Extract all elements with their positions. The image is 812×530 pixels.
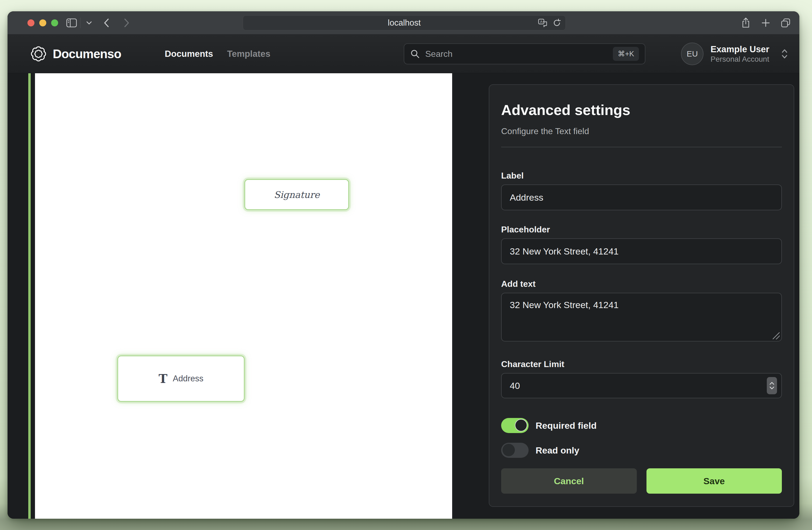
document-page[interactable] [35, 73, 452, 519]
address-field-label: Address [173, 374, 203, 383]
minimize-window-button[interactable] [39, 19, 46, 26]
save-button[interactable]: Save [647, 468, 782, 494]
add-text-field-label: Add text [501, 279, 782, 289]
read-only-label: Read only [536, 445, 579, 456]
advanced-settings-panel: Advanced settings Configure the Text fie… [489, 84, 794, 507]
label-field-label: Label [501, 170, 782, 181]
avatar: EU [681, 43, 704, 65]
search-input[interactable] [425, 49, 607, 59]
reload-icon[interactable] [553, 18, 561, 27]
main-nav: Documents Templates [165, 34, 270, 73]
panel-subtitle: Configure the Text field [501, 126, 782, 136]
svg-text:A: A [540, 20, 542, 24]
stepper-down-icon [769, 387, 774, 389]
browser-titlebar: localhost A [8, 11, 799, 34]
main-content: Signature T Address Advanced settings Co… [8, 73, 799, 519]
sidebar-toggle-icon[interactable] [66, 18, 77, 27]
user-name: Example User [711, 44, 769, 55]
avatar-initials: EU [686, 49, 698, 58]
translate-icon[interactable]: A [538, 18, 548, 27]
account-chevrons-icon [781, 48, 788, 60]
stepper-up-icon [769, 382, 774, 385]
tab-overview-icon[interactable] [781, 18, 791, 28]
new-tab-icon[interactable] [761, 18, 770, 27]
read-only-toggle[interactable] [501, 443, 528, 458]
sidebar-chevron-down-icon[interactable] [86, 21, 92, 25]
share-icon[interactable] [741, 17, 750, 28]
account-menu[interactable]: EU Example User Personal Account [681, 34, 788, 73]
browser-window: localhost A [8, 11, 799, 519]
user-account-type: Personal Account [711, 55, 769, 64]
nav-templates[interactable]: Templates [227, 49, 271, 59]
titlebar-divider [80, 18, 81, 28]
zoom-window-button[interactable] [51, 19, 58, 26]
search-icon [410, 49, 420, 59]
placeholder-input[interactable] [501, 238, 782, 264]
back-button-icon[interactable] [103, 18, 109, 28]
panel-title: Advanced settings [501, 101, 782, 118]
nav-documents[interactable]: Documents [165, 49, 213, 59]
toggle-knob [515, 419, 527, 431]
signature-field[interactable]: Signature [244, 179, 349, 210]
address-text-field[interactable]: T Address [117, 355, 245, 402]
signature-field-label: Signature [274, 189, 319, 200]
placeholder-field-label: Placeholder [501, 224, 782, 235]
text-field-icon: T [159, 372, 168, 386]
required-field-label: Required field [536, 420, 597, 431]
page-indicator-bar [28, 73, 31, 519]
toggle-knob [503, 444, 515, 456]
close-window-button[interactable] [27, 19, 34, 26]
panel-actions: Cancel Save [501, 468, 782, 494]
required-field-toggle[interactable] [501, 418, 528, 433]
panel-divider [501, 147, 782, 147]
required-field-row: Required field [501, 418, 782, 433]
traffic-lights [27, 19, 58, 26]
character-limit-input[interactable] [501, 373, 782, 398]
number-stepper[interactable] [767, 377, 777, 394]
address-bar-url: localhost [388, 18, 421, 28]
character-limit-field-label: Character Limit [501, 359, 782, 369]
add-text-textarea[interactable]: 32 New York Street, 41241 [501, 293, 782, 341]
address-bar[interactable]: localhost A [243, 15, 566, 30]
brand-name: Documenso [53, 46, 121, 61]
brand[interactable]: Documenso [30, 34, 121, 73]
documenso-logo-icon [30, 45, 47, 62]
app-header: Documenso Documents Templates ⌘+K EU Exa… [8, 34, 799, 73]
read-only-row: Read only [501, 443, 782, 458]
cancel-button[interactable]: Cancel [501, 468, 637, 494]
search-shortcut-badge: ⌘+K [613, 47, 639, 61]
global-search[interactable]: ⌘+K [404, 43, 646, 64]
forward-button-icon[interactable] [124, 18, 130, 28]
label-input[interactable] [501, 184, 782, 210]
